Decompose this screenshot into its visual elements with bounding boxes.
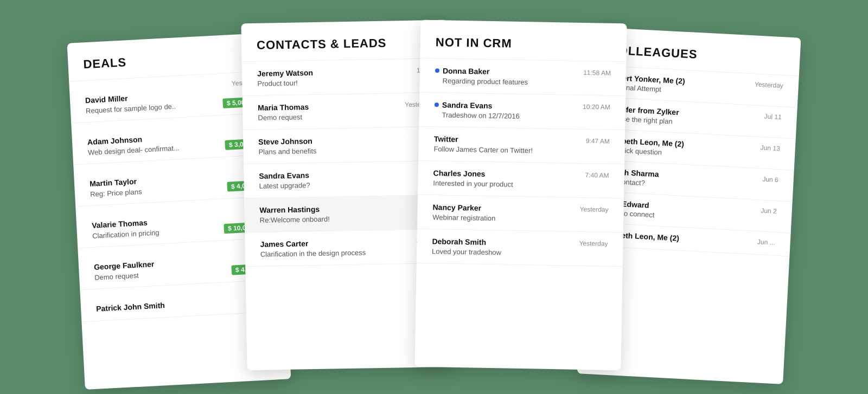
email-time: 10:20 AM bbox=[583, 103, 610, 111]
email-time: Yesterday bbox=[579, 240, 608, 248]
not-in-crm-item[interactable]: Nancy Parker Yesterday Webinar registrat… bbox=[417, 195, 624, 233]
not-in-crm-card: NOT IN CRM Donna Baker 11:58 AM Regardin… bbox=[414, 20, 627, 371]
email-sender: Deborah Smith bbox=[432, 237, 486, 247]
deal-desc: Clarification in pricing bbox=[92, 228, 159, 240]
colleague-date: Jun 2 bbox=[761, 206, 777, 215]
deals-title-text: DEALS bbox=[83, 55, 127, 72]
email-subject: Loved your tradeshow bbox=[432, 247, 608, 259]
colleague-date: Jun 6 bbox=[762, 176, 778, 184]
colleague-date: Jun ... bbox=[757, 238, 775, 247]
colleagues-title: COLLEAGUES bbox=[609, 43, 785, 66]
not-in-crm-title: NOT IN CRM bbox=[436, 35, 611, 53]
email-subject: Latest upgrade? bbox=[259, 179, 435, 190]
colleague-date: Yesterday bbox=[755, 81, 784, 90]
email-subject: Interested in your product bbox=[433, 179, 609, 190]
contacts-title-text: CONTACTS & LEADS bbox=[257, 36, 387, 53]
deal-desc: Demo request bbox=[94, 271, 139, 281]
email-subject: Tradeshow on 12/7/2016 bbox=[442, 111, 610, 121]
email-sender: Charles Jones bbox=[433, 169, 486, 178]
email-time: Yesterday bbox=[580, 205, 609, 214]
contacts-title: CONTACTS & LEADS ⬛ bbox=[257, 35, 432, 53]
email-subject: Plans and benefits bbox=[258, 145, 434, 156]
email-subject: Webinar registration bbox=[432, 213, 608, 224]
colleague-date: Jul 11 bbox=[764, 113, 782, 121]
contacts-header: CONTACTS & LEADS ⬛ bbox=[241, 20, 448, 62]
not-in-crm-item[interactable]: Twitter 9:47 AM Follow James Carter on T… bbox=[418, 127, 625, 165]
deals-title: DEALS bbox=[83, 48, 259, 72]
colleague-date: Jun 13 bbox=[760, 144, 780, 152]
email-sender: Sandra Evans bbox=[435, 100, 493, 110]
not-in-crm-item[interactable]: Charles Jones 7:40 AM Interested in your… bbox=[418, 161, 624, 199]
not-in-crm-list: Donna Baker 11:58 AM Regarding product f… bbox=[417, 59, 627, 267]
email-sender: Steve Johnson bbox=[258, 137, 312, 146]
email-sender: Donna Baker bbox=[435, 66, 490, 76]
contact-item[interactable]: Maria Thomas Yesterday Demo request bbox=[242, 93, 449, 131]
email-subject: Product tour! bbox=[257, 76, 433, 88]
email-time: 7:40 AM bbox=[585, 171, 609, 179]
email-time: 11:58 AM bbox=[583, 69, 611, 77]
not-in-crm-item[interactable]: Deborah Smith Yesterday Loved your trade… bbox=[417, 229, 623, 267]
email-subject: Follow James Carter on Twitter! bbox=[433, 145, 609, 156]
email-sender: Maria Thomas bbox=[258, 102, 309, 112]
email-sender: Jeremy Watson bbox=[257, 68, 313, 78]
deal-desc: Reg: Price plans bbox=[90, 188, 142, 198]
not-in-crm-item[interactable]: Sandra Evans 10:20 AM Tradeshow on 12/7/… bbox=[419, 93, 626, 131]
not-in-crm-title-text: NOT IN CRM bbox=[436, 35, 512, 50]
not-in-crm-header: NOT IN CRM bbox=[420, 20, 627, 62]
email-subject: Clarification in the design process bbox=[260, 247, 436, 259]
email-subject: Demo request bbox=[258, 111, 433, 122]
contact-item[interactable]: Jeremy Watson 10:40 Product tour! bbox=[242, 59, 449, 96]
email-sender: James Carter bbox=[260, 239, 308, 249]
email-sender: Warren Hastings bbox=[259, 205, 320, 215]
email-subject: Re:Welcome onboard! bbox=[260, 213, 436, 224]
email-time: 9:47 AM bbox=[586, 137, 610, 145]
email-sender: Sandra Evans bbox=[259, 171, 309, 180]
email-sender: Twitter bbox=[434, 134, 458, 144]
email-sender: Nancy Parker bbox=[432, 203, 481, 212]
not-in-crm-item[interactable]: Donna Baker 11:58 AM Regarding product f… bbox=[419, 59, 626, 96]
email-subject: Regarding product features bbox=[443, 76, 611, 87]
